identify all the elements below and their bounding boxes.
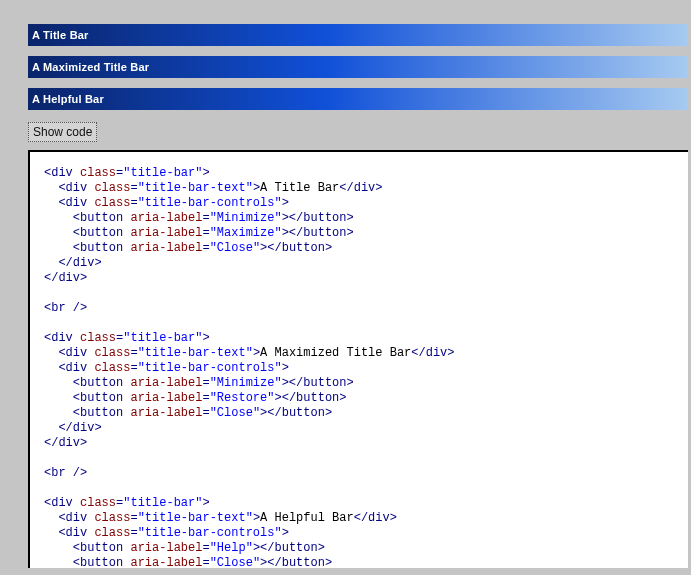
title-bar-text: A Maximized Title Bar xyxy=(32,61,686,73)
title-bar-text: A Title Bar xyxy=(32,29,686,41)
title-bar-1: A Title Bar xyxy=(28,24,688,46)
title-bar-2: A Maximized Title Bar xyxy=(28,56,688,78)
page: A Title Bar A Maximized Title Bar A Help… xyxy=(0,0,691,568)
title-bar-text: A Helpful Bar xyxy=(32,93,686,105)
show-code-button[interactable]: Show code xyxy=(28,122,97,142)
code-snippet: <div class="title-bar"> <div class="titl… xyxy=(44,166,678,568)
code-snippet-box: <div class="title-bar"> <div class="titl… xyxy=(28,150,688,568)
title-bar-3: A Helpful Bar xyxy=(28,88,688,110)
